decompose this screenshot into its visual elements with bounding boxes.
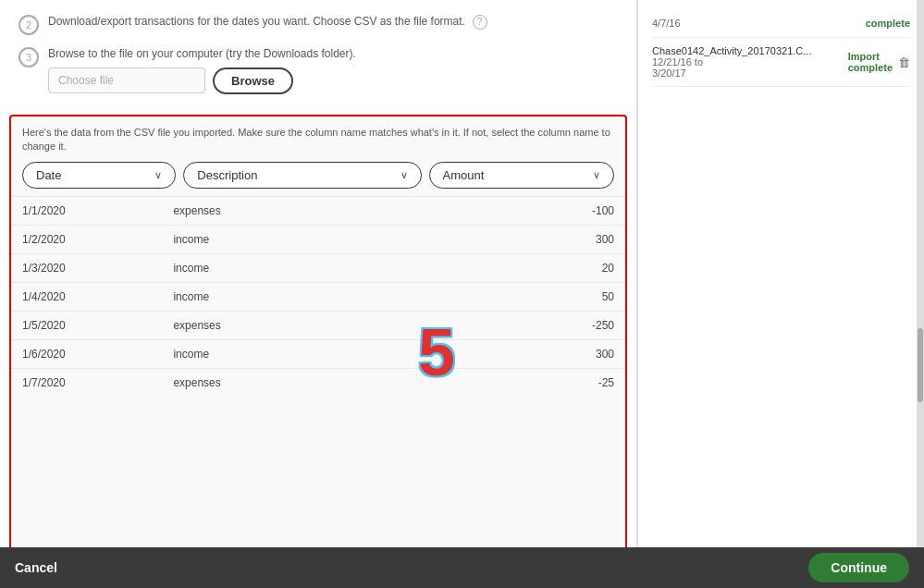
step2-text: Download/export transactions for the dat… — [48, 15, 465, 28]
step3-row: 3 Browse to the file on your computer (t… — [18, 46, 618, 94]
cell-desc: expenses — [173, 376, 425, 389]
cell-amount: 300 — [425, 348, 614, 361]
amount-column-dropdown[interactable]: Amount ∨ — [429, 162, 614, 189]
right-panel: 4/7/16 complete Chase0142_Activity_20170… — [637, 0, 924, 588]
csv-section: Here's the data from the CSV file you im… — [9, 115, 627, 579]
cell-amount: 300 — [425, 233, 614, 246]
import-actions: Importcomplete 🗑 — [848, 51, 910, 73]
browse-button[interactable]: Browse — [213, 67, 293, 94]
cell-date: 1/6/2020 — [22, 348, 173, 361]
cell-desc: income — [173, 290, 425, 303]
amount-chevron-icon: ∨ — [593, 169, 600, 181]
bottom-bar: Cancel Continue — [0, 547, 924, 588]
desc-chevron-icon: ∨ — [400, 169, 408, 181]
cell-date: 1/1/2020 — [22, 204, 173, 217]
cancel-button[interactable]: Cancel — [15, 560, 57, 575]
cell-desc: expenses — [173, 204, 425, 217]
amount-col-label: Amount — [443, 168, 485, 182]
csv-data-table: 1/1/2020 expenses -100 1/2/2020 income 3… — [11, 196, 625, 577]
table-row: 1/5/2020 expenses -250 — [11, 311, 625, 339]
continue-button[interactable]: Continue — [808, 553, 909, 582]
table-row: 1/3/2020 income 20 — [11, 253, 625, 282]
scroll-thumb — [918, 328, 923, 402]
import-date-range: 12/21/16 to3/20/17 — [652, 56, 811, 79]
cell-desc: income — [173, 262, 425, 275]
help-icon[interactable]: ? — [473, 15, 487, 30]
cell-desc: expenses — [173, 319, 425, 332]
cell-date: 1/5/2020 — [22, 319, 173, 332]
table-row: 1/7/2020 expenses -25 — [11, 368, 625, 397]
cell-amount: -25 — [425, 376, 614, 389]
step2-circle: 2 — [18, 15, 39, 35]
top-import-date: 4/7/16 — [652, 18, 681, 29]
step2-row: 2 Download/export transactions for the d… — [18, 14, 618, 35]
cell-amount: 50 — [425, 290, 614, 303]
cell-amount: -250 — [425, 319, 614, 332]
table-row: 1/6/2020 income 300 — [11, 339, 625, 368]
top-import-status: complete — [866, 18, 910, 29]
file-input-display[interactable]: Choose file — [48, 67, 205, 93]
date-col-label: Date — [36, 168, 61, 182]
date-column-dropdown[interactable]: Date ∨ — [22, 162, 176, 189]
cell-date: 1/4/2020 — [22, 290, 173, 303]
table-row: 1/1/2020 expenses -100 — [11, 196, 625, 225]
table-row: 1/2/2020 income 300 — [11, 225, 625, 253]
col-headers-row: Date ∨ Description ∨ Amount ∨ — [11, 162, 625, 196]
step3-file-area: Choose file Browse — [48, 67, 356, 94]
cell-date: 1/2/2020 — [22, 233, 173, 246]
date-chevron-icon: ∨ — [154, 169, 162, 181]
top-import-item: 4/7/16 complete — [652, 9, 910, 38]
main-container: 2 Download/export transactions for the d… — [0, 0, 924, 588]
csv-info-text: Here's the data from the CSV file you im… — [11, 116, 625, 162]
left-panel: 2 Download/export transactions for the d… — [0, 0, 637, 588]
import-action-link[interactable]: Importcomplete — [848, 51, 893, 73]
desc-col-label: Description — [197, 168, 257, 182]
cell-date: 1/3/2020 — [22, 262, 173, 275]
steps-area: 2 Download/export transactions for the d… — [0, 0, 636, 115]
step3-text: Browse to the file on your computer (try… — [48, 46, 356, 62]
import-item: Chase0142_Activity_20170321.C... 12/21/1… — [652, 38, 910, 87]
cell-desc: income — [173, 233, 425, 246]
cell-amount: 20 — [425, 262, 614, 275]
step3-circle: 3 — [18, 47, 39, 67]
description-column-dropdown[interactable]: Description ∨ — [183, 162, 421, 189]
cell-desc: income — [173, 348, 425, 361]
table-row: 1/4/2020 income 50 — [11, 282, 625, 311]
scrollbar[interactable] — [917, 0, 924, 547]
cell-amount: -100 — [425, 204, 614, 217]
import-filename: Chase0142_Activity_20170321.C... — [652, 45, 811, 56]
delete-icon[interactable]: 🗑 — [898, 55, 910, 69]
cell-date: 1/7/2020 — [22, 376, 173, 389]
